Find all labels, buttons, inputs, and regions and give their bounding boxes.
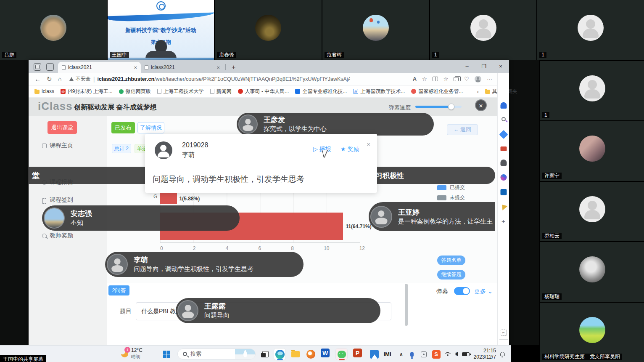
new-tab-button[interactable]: + xyxy=(232,64,235,71)
participant-tile[interactable]: 杨瑞瑞 xyxy=(540,242,644,301)
bookmark-item[interactable]: iclass xyxy=(34,88,54,94)
sidebar-item-course-home[interactable]: 课程主页 xyxy=(42,142,73,149)
participant-tile[interactable]: 1 xyxy=(430,0,537,60)
wifi-icon[interactable] xyxy=(445,352,451,356)
add-sidebar-icon[interactable]: + xyxy=(500,218,507,225)
overlay-close-button[interactable]: × xyxy=(475,99,487,111)
screenshot-icon[interactable]: ✂ xyxy=(500,330,507,336)
bookmark-item[interactable]: 上海工程技术大学 xyxy=(157,88,204,95)
refresh-icon[interactable]: ↻ xyxy=(47,75,52,83)
shopping-tag-icon[interactable] xyxy=(499,130,508,139)
tab-close-icon[interactable]: × xyxy=(134,64,137,71)
tab-actions-icon[interactable] xyxy=(46,63,54,71)
taskbar-wechat[interactable] xyxy=(336,349,347,360)
taskbar-app-im[interactable]: IMI xyxy=(382,349,393,360)
read-aloud-icon[interactable]: A xyxy=(413,76,417,82)
minimize-button[interactable]: – xyxy=(459,60,475,73)
notification-bell-icon[interactable] xyxy=(500,102,507,109)
more-menu-icon[interactable]: ⋯ xyxy=(487,76,492,82)
participant-tile[interactable]: 1 xyxy=(537,0,644,60)
know-status-button[interactable]: 了解情况 xyxy=(137,122,164,133)
more-dropdown[interactable]: 更多 ⌄ xyxy=(474,288,493,295)
copilot-sidebar-icon[interactable] xyxy=(500,174,507,181)
answer-list-button[interactable]: 答题名单 xyxy=(437,256,465,265)
tab-close-icon[interactable]: × xyxy=(216,64,220,71)
taskbar-clock[interactable]: 21:15 2023/12/7 xyxy=(474,348,496,360)
task-view-button[interactable] xyxy=(260,349,271,360)
bookmark-item[interactable]: 全国专业标准化技... xyxy=(295,88,347,95)
exit-class-button[interactable]: 退出课堂 xyxy=(48,121,77,134)
bookmark-item[interactable]: 人事司 - 中华人民... xyxy=(238,88,289,95)
participant-tile-video[interactable]: 新疆科技学院“教学沙龙”活动 第十二期 王国中 xyxy=(108,0,214,60)
favorite-star-icon[interactable]: ☆ xyxy=(422,76,427,82)
taskbar-word[interactable]: W xyxy=(321,349,330,357)
search-highlight-image[interactable] xyxy=(235,349,255,359)
close-button[interactable]: × xyxy=(492,60,509,73)
danmu-speed-slider[interactable] xyxy=(415,106,462,108)
volume-icon[interactable] xyxy=(455,352,458,356)
danmaku-bubble[interactable]: 王亚婷 是一种案例教学的方法，让学生主 xyxy=(369,202,495,231)
bookmarks-overflow-chevron[interactable]: › xyxy=(477,88,478,95)
bookmark-item[interactable]: 微信网页版 xyxy=(119,88,151,95)
battery-icon[interactable] xyxy=(462,352,470,356)
security-label[interactable]: 不安全 xyxy=(76,75,91,83)
broadcast-button[interactable]: ▷ 播报 xyxy=(313,146,331,153)
continue-answer-button[interactable]: 继续答题 xyxy=(437,270,465,279)
taskbar-360-browser[interactable] xyxy=(305,349,317,360)
reward-button[interactable]: ★ 奖励 xyxy=(340,146,359,153)
start-button[interactable] xyxy=(163,351,170,358)
page-scrollbar[interactable] xyxy=(405,284,408,326)
participant-tile[interactable]: 乔柏云 xyxy=(540,182,644,241)
drop-plane-icon[interactable] xyxy=(499,202,507,210)
notification-bell-icon[interactable] xyxy=(500,352,505,356)
participant-tile[interactable]: 吕鹏 xyxy=(0,0,107,60)
sidebar-item-teacher-reward[interactable]: 教师奖励 xyxy=(42,232,73,240)
address-bar[interactable]: iclass2021.zhbuster.cn/web/teacher/cours… xyxy=(98,76,350,82)
search-icon[interactable] xyxy=(501,117,506,121)
bookmark-item[interactable]: M上海国茂数字技术... xyxy=(353,88,405,95)
danmaku-bubble[interactable]: 李萌 问题导向，调动学生积极性，引发学生思考 xyxy=(105,252,304,277)
collections-icon[interactable] xyxy=(454,77,459,81)
bookmark-item[interactable]: 国家标准化业务管... xyxy=(411,88,463,95)
browser-essentials-icon[interactable]: ♡ xyxy=(464,76,469,82)
danmaku-bubble[interactable]: 王露露 问题导向 xyxy=(176,298,380,323)
bookmark-item[interactable]: @(49封未读) 上海工... xyxy=(61,88,113,95)
split-screen-icon[interactable] xyxy=(433,77,438,81)
participant-tile[interactable]: 材料学院研究生第二党支部李昊阳 xyxy=(540,303,644,362)
participant-tile[interactable]: 许家宁 xyxy=(540,121,644,181)
danmu-toggle[interactable] xyxy=(454,287,470,295)
popup-close-icon[interactable]: × xyxy=(367,141,370,148)
games-icon[interactable] xyxy=(500,160,507,166)
home-icon[interactable]: ⌂ xyxy=(58,75,62,83)
outlook-icon[interactable] xyxy=(500,189,507,195)
browser-tab-active[interactable]: iclass2021 × xyxy=(58,62,141,73)
taskbar-mic[interactable] xyxy=(406,349,417,360)
bookmark-item[interactable]: 新闻网 xyxy=(210,88,232,95)
taskbar-explorer[interactable] xyxy=(290,349,301,360)
profile-avatar[interactable] xyxy=(475,76,481,83)
taskbar-powerpoint[interactable]: P xyxy=(353,349,362,357)
danmaku-bubble[interactable]: 安志强 不知 xyxy=(42,205,240,231)
danmaku-bubble[interactable]: 王彦发 探究式，以学生为中心 xyxy=(237,113,434,136)
hidden-icons-chevron[interactable]: ∧ xyxy=(396,349,407,360)
sidebar-item-course-checkin[interactable]: 课程签到 xyxy=(42,196,73,204)
participant-tile[interactable]: 范君晖 xyxy=(322,0,429,60)
taskbar-stamp-app[interactable] xyxy=(418,349,429,360)
toolbox-icon[interactable] xyxy=(500,146,507,151)
participant-tile[interactable]: 1 xyxy=(540,61,644,120)
back-button[interactable]: ← 返回 xyxy=(447,124,478,135)
published-badge[interactable]: 已发布 xyxy=(111,122,135,133)
qa-count-chip[interactable]: 2问答 xyxy=(108,285,129,295)
taskbar-weather-widget[interactable]: 1 12°C 晴朗 xyxy=(121,347,143,360)
taskbar-app-mountain[interactable] xyxy=(369,349,380,360)
favorites-bar-icon[interactable]: ☆ xyxy=(443,76,449,82)
taskbar-sogou[interactable]: S xyxy=(430,349,442,360)
taskbar-search[interactable]: 搜索 xyxy=(177,349,256,359)
participant-tile[interactable]: 唐春锋 xyxy=(215,0,322,60)
browser-tab[interactable]: iclass2021 × xyxy=(141,62,224,73)
maximize-button[interactable]: ❒ xyxy=(475,60,492,73)
back-icon[interactable]: ← xyxy=(34,75,41,83)
workspaces-icon[interactable] xyxy=(34,63,41,71)
taskbar-edge[interactable] xyxy=(274,349,285,360)
slider-knob[interactable] xyxy=(448,104,454,110)
